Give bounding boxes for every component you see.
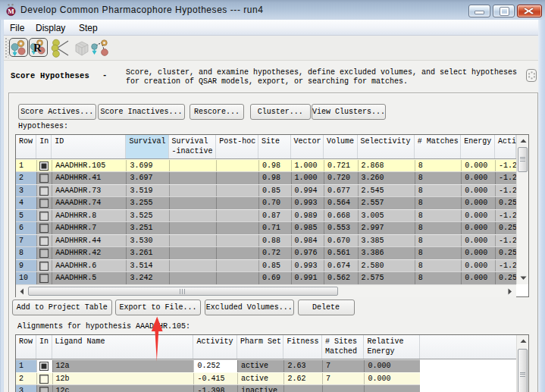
svg-text:R: R [33,42,42,54]
svg-text:M: M [8,8,14,15]
